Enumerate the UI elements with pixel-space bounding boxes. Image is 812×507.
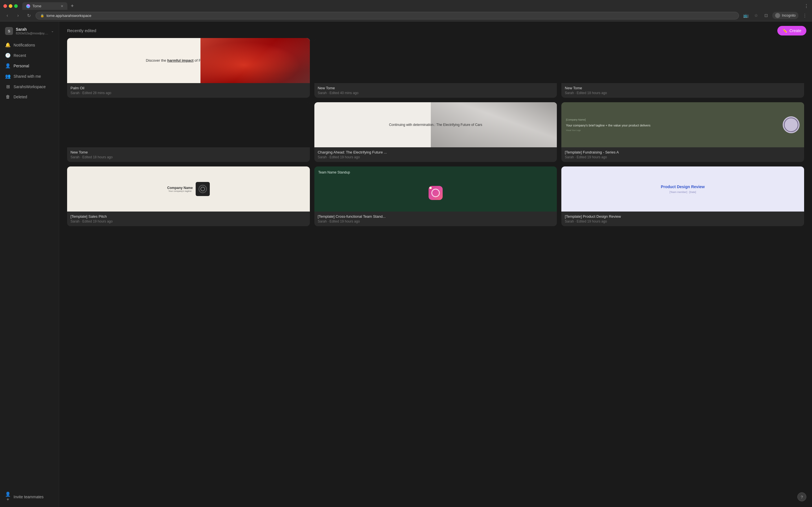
bookmark-button[interactable]: ☆ (752, 11, 760, 19)
card-sales-pitch[interactable]: Company Name Your company's tagline [Tem… (67, 166, 310, 226)
card-info: Charging Ahead: The Electrifying Future … (314, 147, 557, 162)
fundraising-company: [Company Name] (566, 118, 779, 121)
card-meta: Sarah · Edited 19 hours ago (565, 219, 801, 223)
avatar: S (5, 27, 13, 35)
charging-text: Continuing with determination.: The Elec… (375, 118, 496, 132)
tab-more-button[interactable]: ⋮ (804, 3, 809, 9)
sidebar-item-workspace[interactable]: ⊞ SarahsWorkspace (2, 82, 57, 92)
incognito-icon (775, 13, 780, 18)
crossfunc-dot (429, 187, 432, 189)
sidebar-item-shared[interactable]: 👥 Shared with me (2, 71, 57, 81)
sidebar-item-notifications[interactable]: 🔔 Notifications (2, 40, 57, 50)
sidebar-spacer (2, 102, 57, 489)
sales-logo (196, 182, 210, 196)
create-label: Create (790, 29, 801, 33)
sales-logo-inner (199, 185, 207, 193)
card-meta: Sarah · Edited 28 mins ago (70, 91, 306, 95)
bell-icon: 🔔 (5, 42, 11, 48)
card-name: [Template] Fundraising - Series A (565, 150, 801, 154)
card-thumbnail-fundraising: [Company Name] Your company's brief tagl… (561, 102, 804, 147)
address-bar: ‹ › ↻ 🔒 tome.app/sarahsworkspace 📺 ☆ ⊡ I… (0, 10, 812, 21)
card-thumbnail-charging: Continuing with determination.: The Elec… (314, 102, 557, 147)
clock-icon: 🕐 (5, 53, 11, 58)
grid-icon: ⊞ (5, 84, 11, 89)
card-charging[interactable]: Continuing with determination.: The Elec… (314, 102, 557, 162)
card-meta: Sarah · Edited 19 hours ago (70, 219, 306, 223)
tab-bar: Tome ✕ + ⋮ (0, 0, 812, 10)
tab-favicon (26, 4, 30, 8)
browser-chrome: Tome ✕ + ⋮ ‹ › ↻ 🔒 tome.app/sarahsworksp… (0, 0, 812, 21)
create-button[interactable]: ✏️ Create (777, 26, 806, 36)
card-thumbnail-sales: Company Name Your company's tagline (67, 166, 310, 212)
sidebar-item-personal[interactable]: 👤 Personal (2, 61, 57, 71)
url-bar[interactable]: 🔒 tome.app/sarahsworkspace (36, 12, 739, 19)
card-palm-oil[interactable]: Discover the harmful impact of Palm Oil … (67, 38, 310, 98)
sidebar-label-personal: Personal (13, 64, 29, 68)
card-fundraising[interactable]: [Company Name] Your company's brief tagl… (561, 102, 804, 162)
cast-button[interactable]: 📺 (742, 11, 750, 19)
tab-close-button[interactable]: ✕ (61, 4, 63, 8)
sidebar-item-deleted[interactable]: 🗑 Deleted (2, 92, 57, 102)
sidebar: S Sarah 8263e52a@moodjoy.c... ⌄ 🔔 Notifi… (0, 21, 59, 507)
card-thumbnail-palm-oil: Discover the harmful impact of Palm Oil … (67, 38, 310, 83)
sidebar-item-invite[interactable]: 👤+ Invite teammates (2, 489, 57, 504)
browser-tab[interactable]: Tome ✕ (22, 2, 67, 10)
people-icon: 👥 (5, 73, 11, 79)
card-thumbnail-product: Product Design Review [Team member] · [D… (561, 166, 804, 212)
main-content: Recently edited Discover the harmful imp… (59, 21, 812, 507)
card-name: Palm Oil (70, 86, 306, 90)
card-new-tome-3[interactable]: New Tome Sarah · Edited 18 hours ago (67, 102, 310, 162)
fundraising-content: [Company Name] Your company's brief tagl… (566, 118, 779, 131)
sidebar-label-recent: Recent (13, 53, 26, 58)
edit-icon: ✏️ (782, 29, 787, 33)
card-meta: Sarah · Edited 19 hours ago (318, 219, 554, 223)
card-name: New Tome (70, 150, 306, 154)
card-meta: Sarah · Edited 40 mins ago (318, 91, 554, 95)
tab-title: Tome (33, 4, 58, 8)
card-name: [Template] Cross-functional Team Stand..… (318, 214, 554, 219)
minimize-window-button[interactable] (9, 4, 12, 8)
card-info: [Template] Fundraising - Series A Sarah … (561, 147, 804, 162)
person-icon: 👤 (5, 63, 11, 68)
trash-icon: 🗑 (5, 94, 11, 100)
card-name: Charging Ahead: The Electrifying Future … (318, 150, 554, 154)
person-add-icon: 👤+ (5, 492, 11, 502)
fundraising-tagline: Your company's brief tagline + the value… (566, 123, 779, 128)
browser-actions: 📺 ☆ ⊡ Incognito ⋮ (742, 11, 809, 19)
menu-button[interactable]: ⋮ (801, 11, 809, 19)
sidebar-item-recent[interactable]: 🕐 Recent (2, 50, 57, 60)
sidebar-label-notifications: Notifications (13, 43, 35, 47)
card-info: New Tome Sarah · Edited 18 hours ago (561, 83, 804, 98)
new-tab-button[interactable]: + (68, 3, 76, 9)
incognito-badge: Incognito (772, 12, 799, 19)
user-header[interactable]: S Sarah 8263e52a@moodjoy.c... ⌄ (2, 25, 57, 37)
card-new-tome-2[interactable]: New Tome Sarah · Edited 18 hours ago (561, 38, 804, 98)
maximize-window-button[interactable] (14, 4, 18, 8)
card-crossfunc[interactable]: Team Name Standup [Template] Cross-funct… (314, 166, 557, 226)
sidebar-label-invite: Invite teammates (13, 495, 44, 499)
card-info: New Tome Sarah · Edited 18 hours ago (67, 147, 310, 162)
close-window-button[interactable] (3, 4, 7, 8)
forward-button[interactable]: › (14, 11, 22, 19)
product-title: Product Design Review (661, 184, 705, 189)
back-button[interactable]: ‹ (3, 11, 11, 19)
window-controls (3, 4, 18, 8)
card-thumbnail-new-tome-3 (67, 102, 310, 147)
card-product-design[interactable]: Product Design Review [Team member] · [D… (561, 166, 804, 226)
sidebar-label-workspace: SarahsWorkspace (13, 84, 46, 89)
sales-tagline: Your company's tagline (167, 190, 193, 192)
crossfunc-title: Team Name Standup (318, 170, 350, 174)
card-new-tome-1[interactable]: New Tome Sarah · Edited 40 mins ago (314, 38, 557, 98)
card-name: New Tome (565, 86, 801, 90)
lock-icon: 🔒 (40, 14, 44, 17)
help-button[interactable]: ? (797, 492, 806, 501)
crossfunc-logo (428, 186, 443, 200)
card-thumbnail-new-tome-2 (561, 38, 804, 83)
card-meta: Sarah · Edited 19 hours ago (318, 155, 554, 159)
card-info: New Tome Sarah · Edited 40 mins ago (314, 83, 557, 98)
sales-company-name: Company Name (167, 186, 193, 190)
card-name: New Tome (318, 86, 554, 90)
reload-button[interactable]: ↻ (25, 11, 33, 19)
profile-button[interactable]: ⊡ (762, 11, 770, 19)
card-info: [Template] Sales Pitch Sarah · Edited 19… (67, 212, 310, 226)
